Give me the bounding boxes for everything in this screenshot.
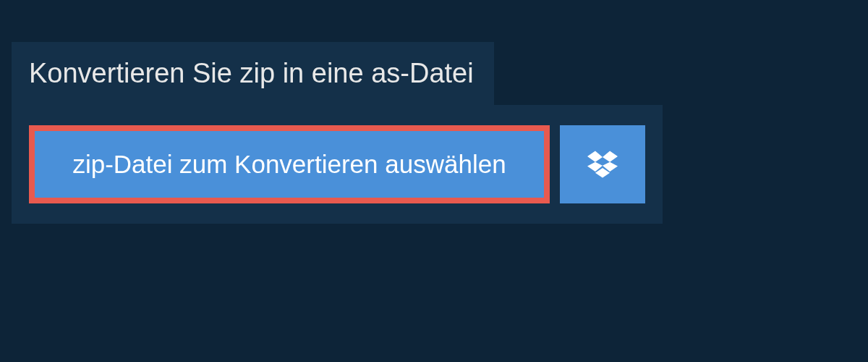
select-file-button[interactable]: zip-Datei zum Konvertieren auswählen (29, 125, 550, 203)
dropbox-icon (587, 151, 618, 178)
page-title: Konvertieren Sie zip in eine as-Datei (29, 58, 474, 89)
header-bar: Konvertieren Sie zip in eine as-Datei (12, 42, 494, 105)
action-panel: zip-Datei zum Konvertieren auswählen (12, 105, 663, 224)
dropbox-button[interactable] (560, 125, 645, 203)
